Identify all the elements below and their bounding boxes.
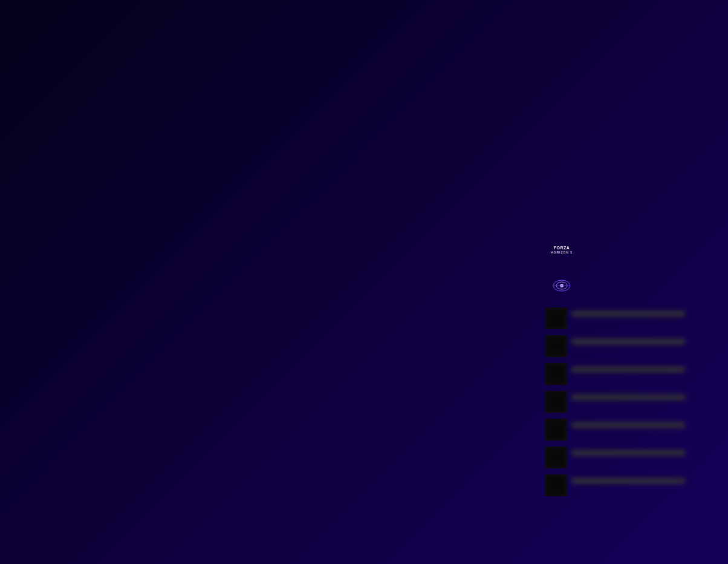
offline-avatar-4 bbox=[545, 391, 567, 413]
offline-name-blur-2 bbox=[571, 339, 685, 344]
offline-avatar-7 bbox=[545, 474, 567, 496]
offline-name-blur-7 bbox=[571, 478, 685, 484]
offline-name-blur-4 bbox=[571, 395, 685, 400]
main-layout: ☰ 🐱 ⌂ ✚ 🏆 📺 ↗ 🔍 ⚙ bbox=[0, 19, 728, 564]
slws-avatar bbox=[548, 272, 575, 299]
offline-avatar-6 bbox=[545, 447, 567, 468]
offline-name-blur-1 bbox=[571, 311, 685, 316]
offline-name-blur-6 bbox=[571, 450, 685, 456]
offline-avatar-2 bbox=[545, 335, 567, 357]
forza-logo: FORZA HORIZON 5 bbox=[551, 246, 573, 254]
slws-logo bbox=[550, 274, 573, 297]
offline-avatar-3 bbox=[545, 363, 567, 385]
offline-name-blur-3 bbox=[571, 367, 685, 372]
club-item-slws[interactable]: [Slws] Horizon Club Количество пользоват… bbox=[545, 269, 718, 303]
offline-avatar-1 bbox=[545, 307, 567, 329]
offline-avatar-5 bbox=[545, 419, 567, 441]
right-panel: Друзья и клубы 🔍 Все ⌄ Рекомендации ⊞ Пр… bbox=[535, 19, 728, 564]
panel-content: Друзья и клубы 🔍 Все ⌄ Рекомендации ⊞ Пр… bbox=[535, 50, 728, 564]
offline-name-blur-5 bbox=[571, 422, 685, 428]
